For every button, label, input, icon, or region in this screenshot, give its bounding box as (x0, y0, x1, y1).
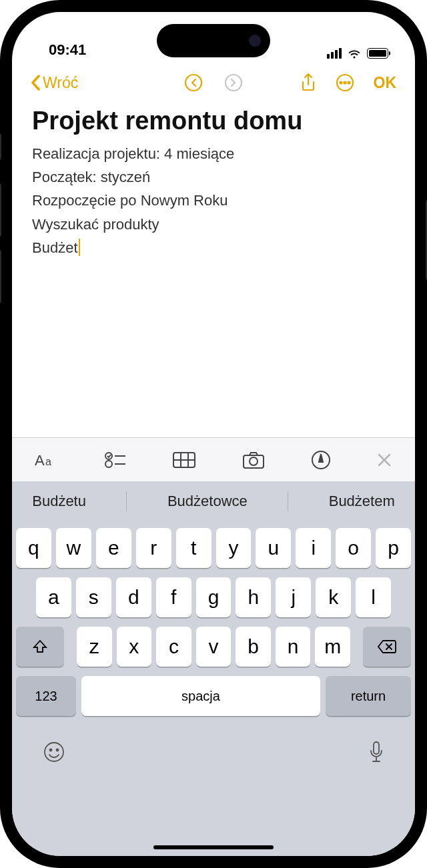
key-v[interactable]: v (196, 627, 232, 667)
screen: 09:41 Wróć O (12, 12, 415, 856)
share-icon[interactable] (300, 73, 316, 93)
key-shift[interactable] (16, 627, 64, 667)
key-e[interactable]: e (96, 528, 131, 568)
key-u[interactable]: u (256, 528, 291, 568)
front-camera (249, 35, 261, 47)
svg-text:a: a (45, 456, 51, 467)
back-button[interactable]: Wróć (31, 74, 78, 92)
key-return[interactable]: return (326, 676, 411, 716)
svg-text:A: A (35, 452, 45, 469)
note-line: Realizacja projektu: 4 miesiące (32, 142, 395, 165)
backspace-icon (377, 639, 397, 654)
silent-switch (0, 133, 1, 160)
text-cursor (79, 239, 81, 256)
redo-icon[interactable] (224, 73, 244, 93)
key-y[interactable]: y (216, 528, 252, 568)
camera-icon[interactable] (242, 451, 266, 469)
svg-point-4 (344, 82, 346, 84)
svg-point-17 (250, 457, 258, 465)
table-icon[interactable] (172, 451, 196, 469)
phone-frame: 09:41 Wróć O (0, 0, 427, 868)
close-toolbar-icon[interactable] (376, 452, 392, 468)
key-row-4: 123 spacja return (16, 676, 411, 716)
note-line-editing: Budżet (32, 236, 80, 259)
emoji-icon[interactable] (43, 741, 65, 763)
volume-down-button (0, 250, 1, 303)
suggestion-item[interactable]: Budżetu (32, 493, 86, 510)
svg-point-3 (340, 82, 342, 84)
key-s[interactable]: s (76, 577, 111, 617)
key-space[interactable]: spacja (81, 676, 320, 716)
key-l[interactable]: l (356, 577, 391, 617)
note-text: Budżet (32, 236, 78, 259)
key-row-2: a s d f g h j k l (16, 577, 411, 617)
key-q[interactable]: q (16, 528, 51, 568)
undo-icon[interactable] (183, 73, 203, 93)
dynamic-island (157, 24, 270, 57)
svg-point-0 (185, 75, 201, 91)
note-line: Wyszukać produkty (32, 213, 395, 236)
key-n[interactable]: n (276, 627, 311, 667)
svg-rect-22 (374, 742, 379, 754)
svg-point-10 (105, 461, 112, 467)
key-d[interactable]: d (116, 577, 151, 617)
key-a[interactable]: a (36, 577, 71, 617)
back-label: Wróć (43, 74, 78, 92)
suggestion-item[interactable]: Budżetem (329, 493, 395, 510)
cellular-signal-icon (327, 48, 342, 59)
suggestion-item[interactable]: Budżetowce (167, 493, 248, 510)
shift-icon (32, 639, 48, 655)
key-r[interactable]: r (136, 528, 171, 568)
chevron-left-icon (31, 75, 41, 91)
checklist-icon[interactable] (104, 451, 127, 469)
note-content[interactable]: Projekt remontu domu Realizacja projektu… (12, 101, 415, 265)
note-title: Projekt remontu domu (32, 107, 395, 135)
key-g[interactable]: g (196, 577, 232, 617)
volume-up-button (0, 183, 1, 237)
key-z[interactable]: z (77, 627, 112, 667)
divider (126, 491, 127, 511)
note-line: Rozpoczęcie po Nowym Roku (32, 189, 395, 212)
battery-icon (367, 48, 388, 59)
key-k[interactable]: k (316, 577, 351, 617)
key-m[interactable]: m (315, 627, 350, 667)
key-x[interactable]: x (117, 627, 152, 667)
svg-point-20 (50, 749, 52, 751)
key-backspace[interactable] (363, 627, 411, 667)
note-line: Początek: styczeń (32, 165, 395, 189)
home-indicator[interactable] (153, 845, 274, 849)
key-row-3: z x c v b n m (16, 627, 411, 667)
svg-point-21 (57, 749, 59, 751)
more-icon[interactable] (335, 73, 355, 93)
key-row-1: q w e r t y u i o p (16, 528, 411, 568)
key-f[interactable]: f (156, 577, 191, 617)
key-p[interactable]: p (376, 528, 411, 568)
svg-point-5 (348, 82, 350, 84)
keyboard-suggestions: Budżetu Budżetowce Budżetem (12, 481, 415, 521)
key-t[interactable]: t (176, 528, 211, 568)
key-c[interactable]: c (156, 627, 191, 667)
key-i[interactable]: i (296, 528, 331, 568)
nav-bar: Wróć OK (12, 64, 415, 101)
format-toolbar: Aa (12, 437, 415, 481)
keyboard-bottom-row (16, 725, 411, 773)
dictation-icon[interactable] (368, 740, 384, 764)
key-numbers[interactable]: 123 (16, 676, 76, 716)
key-j[interactable]: j (276, 577, 311, 617)
done-button[interactable]: OK (374, 74, 397, 92)
svg-point-8 (105, 453, 112, 459)
svg-point-1 (226, 75, 242, 91)
markup-icon[interactable] (311, 450, 331, 470)
key-b[interactable]: b (236, 627, 271, 667)
svg-point-19 (45, 743, 63, 761)
nav-right: OK (300, 73, 397, 93)
key-w[interactable]: w (56, 528, 91, 568)
status-right (327, 48, 388, 59)
text-format-icon[interactable]: Aa (35, 451, 59, 469)
keyboard: q w e r t y u i o p a s d f g h j k l (12, 521, 415, 856)
status-time: 09:41 (49, 41, 86, 59)
key-h[interactable]: h (236, 577, 271, 617)
nav-center (183, 73, 244, 93)
key-o[interactable]: o (336, 528, 371, 568)
wifi-icon (347, 48, 362, 59)
